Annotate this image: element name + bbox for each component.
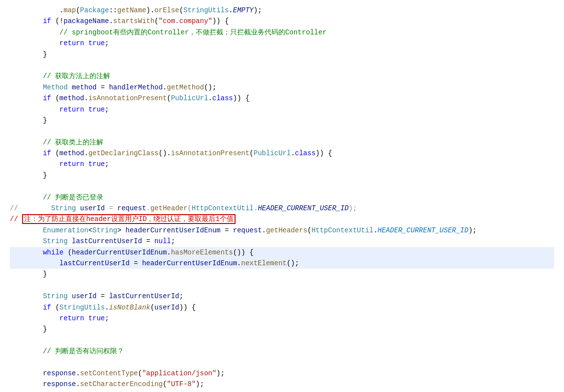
code-line: String lastCurrentUserId = null;: [10, 236, 554, 247]
code-line: return true;: [10, 104, 554, 115]
code-line: if (method.isAnnotationPresent(PublicUrl…: [10, 93, 554, 104]
code-line: }: [10, 49, 554, 60]
code-line: [10, 280, 554, 291]
code-line: if (method.getDeclaringClass().isAnnotat…: [10, 148, 554, 159]
code-line: // 获取方法上的注解: [10, 71, 554, 82]
code-line: }: [10, 324, 554, 335]
code-line: // 判断是否有访问权限？: [10, 346, 554, 357]
code-line: Enumeration<String> headerCurrentUserIdE…: [10, 225, 554, 236]
code-line: // String userId = request.getHeader(Htt…: [10, 203, 554, 214]
highlighted-comment-line: // 注：为了防止直接在header设置用户ID，绕过认证，要取最后1个值: [10, 214, 554, 224]
code-line: // 判断是否已登录: [10, 192, 554, 203]
annotation-text: 未登录的情况下，又是需要登录的API，响应错误信息: [295, 390, 480, 392]
code-line: // springboot有些内置的Controller，不做拦截；只拦截业务代…: [10, 27, 554, 38]
highlighted-line: lastCurrentUserId = headerCurrentUserIdE…: [10, 258, 554, 269]
code-line: }: [10, 115, 554, 126]
code-line: [10, 60, 554, 71]
code-line: }: [10, 269, 554, 280]
code-line: Method method = handlerMethod.getMethod(…: [10, 82, 554, 93]
code-line: response.setContentType("application/jso…: [10, 368, 554, 379]
code-line: [10, 126, 554, 137]
code-line: [10, 357, 554, 368]
code-line: if (StringUtils.isNotBlank(userId)) {: [10, 302, 554, 313]
code-container: .map(Package::getName).orElse(StringUtil…: [0, 0, 564, 392]
code-line: return true;: [10, 159, 554, 169]
highlight-box: 注：为了防止直接在header设置用户ID，绕过认证，要取最后1个值: [22, 214, 236, 224]
code-line: .map(Package::getName).orElse(StringUtil…: [10, 5, 554, 16]
code-line: [10, 335, 554, 346]
code-line: return true;: [10, 38, 554, 49]
code-line: return true;: [10, 313, 554, 324]
code-line: String userId = lastCurrentUserId;: [10, 291, 554, 302]
code-line: // 获取类上的注解: [10, 137, 554, 148]
highlighted-line: while (headerCurrentUserIdEnum.hasMoreEl…: [10, 247, 554, 258]
code-line: }: [10, 170, 554, 181]
code-line: response.setCharacterEncoding("UTF-8");: [10, 379, 554, 390]
code-line: [10, 181, 554, 192]
code-line-with-annotation: PrintWriter writer = response.getWriter(…: [10, 390, 554, 392]
code-line: if (!packageName.startsWith("com.company…: [10, 16, 554, 27]
